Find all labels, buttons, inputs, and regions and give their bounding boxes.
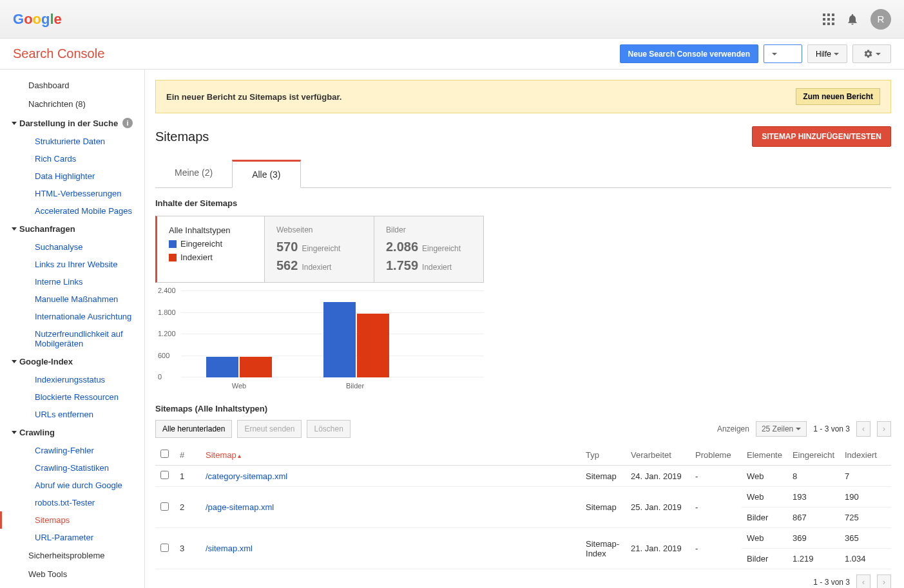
add-sitemap-button[interactable]: SITEMAP HINZUFÜGEN/TESTEN [752, 126, 891, 147]
prev-page-button[interactable]: ‹ [856, 421, 870, 437]
col-problems[interactable]: Probleme [690, 444, 742, 466]
next-page-button[interactable]: › [877, 421, 891, 437]
avatar[interactable]: R [870, 9, 891, 30]
col-indexed[interactable]: Indexiert [840, 444, 891, 466]
notifications-icon[interactable] [846, 13, 859, 26]
legend-indexed-color [169, 254, 177, 261]
notice-button[interactable]: Zum neuen Bericht [796, 88, 880, 105]
new-console-button[interactable]: Neue Search Console verwenden [620, 44, 758, 63]
download-all-button[interactable]: Alle herunterladen [155, 420, 232, 438]
col-submitted[interactable]: Eingereicht [787, 444, 840, 466]
chart-bar[interactable] [357, 314, 389, 377]
table-row[interactable]: 3 /sitemap.xml Sitemap-Index 21. Jan. 20… [155, 528, 891, 549]
range-label: 1 - 3 von 3 [813, 424, 850, 433]
tab-mine[interactable]: Meine (2) [155, 160, 232, 187]
gear-icon [863, 49, 873, 59]
property-dropdown[interactable] [764, 44, 802, 63]
web-indexed-value: 562 [276, 258, 298, 272]
sitemap-link[interactable]: /page-sitemap.xml [206, 502, 274, 512]
help-button[interactable]: Hilfe [807, 44, 847, 63]
nav-sub-item[interactable]: Nutzerfreundlichkeit auf Mobilgeräten [0, 325, 144, 352]
rows-select[interactable]: 25 Zeilen [756, 421, 807, 437]
nav-sub-item[interactable]: HTML-Verbesserungen [0, 185, 144, 202]
nav-sub-item[interactable]: Accelerated Mobile Pages [0, 202, 144, 220]
legend-title: Alle Inhaltstypen [169, 225, 253, 235]
table-title: Sitemaps (Alle Inhaltstypen) [155, 404, 891, 413]
col-sitemap[interactable]: Sitemap [200, 444, 581, 466]
tab-all[interactable]: Alle (3) [232, 160, 300, 188]
range-label-bottom: 1 - 3 von 3 [813, 578, 850, 587]
nav-sub-item[interactable]: Rich Cards [0, 150, 144, 167]
row-checkbox[interactable] [160, 502, 169, 511]
nav-security[interactable]: Sicherheitsprobleme [0, 546, 144, 565]
top-header: Google R [0, 0, 904, 39]
sitemaps-table: # Sitemap Typ Verarbeitet Probleme Eleme… [155, 444, 891, 569]
chart-bar[interactable] [206, 357, 238, 377]
apps-icon[interactable] [823, 14, 834, 25]
prev-page-button-bottom[interactable]: ‹ [856, 574, 870, 588]
select-all-checkbox[interactable] [160, 450, 169, 458]
contents-title: Inhalte der Sitemaps [155, 198, 891, 208]
info-icon[interactable]: i [122, 118, 133, 128]
nav-web-tools[interactable]: Web Tools [0, 565, 144, 583]
nav-sub-item[interactable]: Crawling-Statistiken [0, 459, 144, 477]
nav-sub-item[interactable]: Data Highlighter [0, 167, 144, 185]
nav-sub-item[interactable]: URLs entfernen [0, 406, 144, 423]
sitemap-link[interactable]: /category-sitemap.xml [206, 471, 287, 481]
legend-box[interactable]: Alle Inhaltstypen Eingereicht Indexiert [155, 216, 265, 283]
img-submitted-value: 2.086 [386, 240, 418, 254]
app-title[interactable]: Search Console [13, 46, 104, 61]
table-row[interactable]: 2 /page-sitemap.xml Sitemap 25. Jan. 201… [155, 487, 891, 507]
nav-sub-item[interactable]: Strukturierte Daten [0, 133, 144, 150]
sitemap-link[interactable]: /sitemap.xml [206, 544, 253, 553]
row-checkbox[interactable] [160, 471, 169, 479]
img-indexed-value: 1.759 [386, 258, 418, 272]
sitemap-chart: 06001.2001.8002.400 WebBilder [181, 290, 484, 394]
nav-sub-item[interactable]: Abruf wie durch Google [0, 477, 144, 494]
col-num[interactable]: # [175, 444, 200, 466]
nav-sub-item[interactable]: Crawling-Fehler [0, 442, 144, 459]
settings-button[interactable] [852, 44, 891, 63]
nav-sub-item[interactable]: URL-Parameter [0, 529, 144, 546]
x-axis-label: Bilder [316, 382, 394, 390]
col-processed[interactable]: Verarbeitet [626, 444, 690, 466]
nav-section-google-index[interactable]: Google-Index [0, 352, 144, 371]
table-row[interactable]: 1 /category-sitemap.xml Sitemap 24. Jan.… [155, 466, 891, 487]
chart-bar[interactable] [323, 302, 356, 377]
nav-sub-item[interactable]: Interne Links [0, 273, 144, 290]
nav-sub-item[interactable]: Sitemaps [0, 511, 144, 529]
nav-sub-item[interactable]: Manuelle Maßnahmen [0, 290, 144, 308]
nav-sub-item[interactable]: Links zu Ihrer Website [0, 256, 144, 273]
web-submitted-value: 570 [276, 240, 298, 254]
row-checkbox[interactable] [160, 544, 169, 552]
main-content: Ein neuer Bericht zu Sitemaps ist verfüg… [145, 70, 904, 588]
nav-sub-item[interactable]: robots.txt-Tester [0, 494, 144, 511]
col-elements[interactable]: Elemente [742, 444, 787, 466]
nav-section-crawling[interactable]: Crawling [0, 423, 144, 442]
nav-sub-item[interactable]: Blockierte Ressourcen [0, 388, 144, 406]
web-stats-box[interactable]: Webseiten 570Eingereicht 562Indexiert [265, 216, 374, 283]
next-page-button-bottom[interactable]: › [877, 574, 891, 588]
img-stats-label: Bilder [386, 225, 472, 234]
delete-button[interactable]: Löschen [307, 420, 350, 438]
resend-button[interactable]: Erneut senden [237, 420, 302, 438]
nav-section-search-appearance[interactable]: Darstellung in der Suchei [0, 113, 144, 133]
stats-row: Alle Inhaltstypen Eingereicht Indexiert … [155, 216, 891, 283]
legend-indexed-label: Indexiert [180, 252, 213, 262]
nav-messages[interactable]: Nachrichten (8) [0, 95, 144, 113]
google-logo[interactable]: Google [13, 11, 62, 28]
nav-section-search-traffic[interactable]: Suchanfragen [0, 220, 144, 238]
col-type[interactable]: Typ [581, 444, 626, 466]
tabs: Meine (2) Alle (3) [155, 160, 891, 188]
nav-sub-item[interactable]: Suchanalyse [0, 238, 144, 256]
nav-sub-item[interactable]: Internationale Ausrichtung [0, 308, 144, 325]
img-stats-box[interactable]: Bilder 2.086Eingereicht 1.759Indexiert [374, 216, 484, 283]
legend-submitted-label: Eingereicht [180, 239, 222, 249]
chart-bar[interactable] [240, 357, 272, 377]
x-axis-label: Web [200, 382, 278, 390]
legend-submitted-color [169, 240, 177, 248]
sub-header: Search Console Neue Search Console verwe… [0, 39, 904, 70]
show-label: Anzeigen [717, 424, 749, 433]
nav-sub-item[interactable]: Indexierungsstatus [0, 371, 144, 388]
nav-dashboard[interactable]: Dashboard [0, 76, 144, 95]
